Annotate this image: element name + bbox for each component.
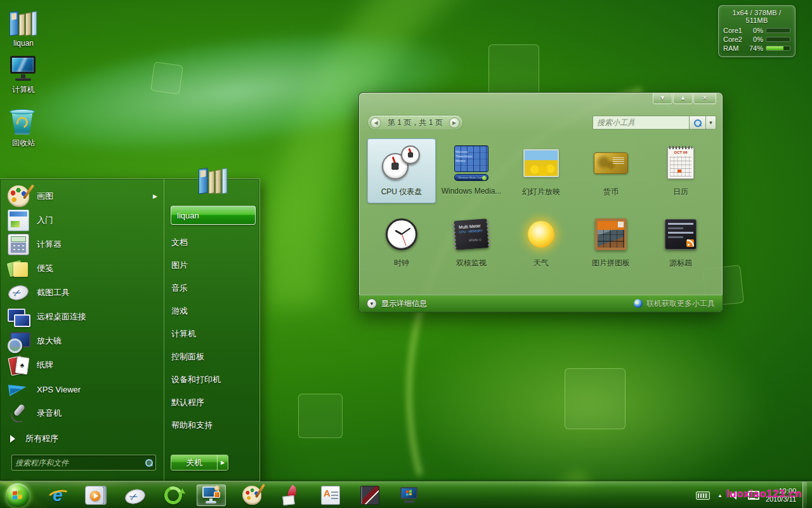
taskbar-wordpad[interactable] <box>316 485 345 506</box>
gadget-tile-calendar[interactable]: OCT 06 日历 <box>646 138 715 203</box>
start-item-snipping-tool[interactable]: 截图工具 <box>4 281 161 305</box>
start-item-music[interactable]: 音乐 <box>164 277 260 300</box>
all-programs-arrow-icon <box>10 435 15 443</box>
gadget-tile-feed-headlines[interactable]: 源标题 <box>646 210 715 274</box>
search-icon[interactable] <box>145 459 152 466</box>
start-item-xps-viewer[interactable]: XPS Viewer <box>4 377 161 401</box>
gadget-tile-cpu-meter[interactable]: CPU 仪表盘 <box>367 138 436 203</box>
gadget-search-input[interactable] <box>593 116 689 130</box>
start-item-sound-recorder[interactable]: 录音机 <box>4 401 161 425</box>
start-item-documents[interactable]: 文档 <box>164 231 260 254</box>
gadget-label: 图片拼图板 <box>577 258 645 269</box>
start-item-paint[interactable]: 画图 ▶ <box>4 184 161 208</box>
start-item-games[interactable]: 游戏 <box>164 300 260 323</box>
gadget-tile-multimeter[interactable]: Multi Meter CPU - MEMORY SFkilla © 双核监视 <box>437 210 506 274</box>
taskbar-paint[interactable] <box>237 485 266 506</box>
prev-page-icon[interactable]: ◀ <box>370 117 381 128</box>
show-details-button[interactable]: ▼ 显示详细信息 <box>367 298 427 309</box>
start-item-control-panel[interactable]: 控制面板 <box>164 345 260 368</box>
paint-icon <box>8 185 29 207</box>
watermark: luoxiao123.cn <box>726 488 802 500</box>
taskbar-media-player[interactable] <box>80 485 109 506</box>
taskbar-quill-app[interactable] <box>277 485 306 506</box>
input-method-keyboard-icon[interactable] <box>696 491 710 500</box>
cpu-gauges-icon <box>382 145 421 181</box>
chevron-down-icon: ▼ <box>367 298 377 309</box>
perf-row-ram: RAM 74% <box>723 44 790 52</box>
multimeter-chip-icon: Multi Meter CPU - MEMORY SFkilla © <box>454 218 488 250</box>
sun-icon <box>528 221 554 248</box>
taskbar-display-app[interactable] <box>395 485 424 506</box>
taskbar-snipping-tool[interactable] <box>119 485 148 506</box>
desktop-icon-recycle-bin[interactable]: 回收站 <box>0 108 47 149</box>
getting-started-icon <box>8 210 29 231</box>
start-search-input[interactable] <box>15 458 145 467</box>
media-center-icon: MoviesTelevisionMusic Windows Media Cent… <box>454 145 488 181</box>
taskbar-gadget-gallery-active[interactable] <box>197 485 226 506</box>
wallpaper-square <box>298 394 343 438</box>
next-page-icon[interactable]: ▶ <box>449 117 460 128</box>
gadget-label: 货币 <box>577 187 645 197</box>
gadget-tile-windows-media[interactable]: MoviesTelevisionMusic Windows Media Cent… <box>437 138 506 203</box>
start-search-box <box>11 455 156 471</box>
get-more-label: 联机获取更多小工具 <box>646 298 715 309</box>
search-dropdown-icon[interactable]: ▼ <box>705 116 716 130</box>
get-more-gadgets-link[interactable]: 联机获取更多小工具 <box>634 298 715 309</box>
desktop-icon-liquan[interactable]: liquan <box>0 9 47 48</box>
taskbar-internet-explorer[interactable]: e <box>43 485 72 506</box>
user-files-icon <box>8 9 37 37</box>
page-navigator: ◀ 第 1 页，共 1 页 ▶ <box>367 115 463 130</box>
taskbar-sync-center[interactable] <box>159 485 188 506</box>
start-item-getting-started[interactable]: 入门 <box>4 208 161 232</box>
restore-icon[interactable]: ▲ <box>673 93 693 104</box>
cpu-meter-gadget[interactable]: 1x64 / 378MB / 511MB Core1 0% Core2 0% R… <box>718 5 796 57</box>
desktop-icon-computer[interactable]: 计算机 <box>0 55 47 95</box>
perf-value: 74% <box>747 44 763 52</box>
search-icon[interactable] <box>689 116 705 130</box>
shutdown-options-arrow-icon[interactable]: ▶ <box>217 455 228 470</box>
gadget-tile-slideshow[interactable]: 幻灯片放映 <box>507 138 575 203</box>
start-item-user-liquan[interactable]: liquan <box>171 206 256 225</box>
computer-icon <box>8 55 37 83</box>
gadget-tile-clock[interactable]: 时钟 <box>367 210 436 274</box>
start-item-remote-desktop[interactable]: 远程桌面连接 <box>4 305 161 329</box>
start-item-pictures[interactable]: 图片 <box>164 254 260 277</box>
start-item-sticky-notes[interactable]: 便笺 <box>4 257 161 281</box>
start-menu-right-panel: liquan 文档 图片 音乐 游戏 计算机 控制面板 设备和打印机 默认程序 … <box>164 179 260 481</box>
minimize-icon[interactable]: ▼ <box>653 93 672 104</box>
start-item-magnifier[interactable]: 放大镜 <box>4 329 161 353</box>
wallpaper-square <box>150 62 183 95</box>
gallery-header: ◀ 第 1 页，共 1 页 ▶ ▼ <box>359 114 723 131</box>
start-button[interactable] <box>6 483 30 507</box>
media-player-icon <box>85 486 104 505</box>
perf-row-core1: Core1 0% <box>723 27 790 34</box>
taskbar-book-app[interactable] <box>355 485 384 506</box>
wordpad-icon <box>321 486 340 505</box>
show-hidden-icons-arrow[interactable]: ▲ <box>717 493 723 498</box>
show-desktop-button[interactable] <box>802 482 807 508</box>
jumplist-arrow-icon[interactable]: ▶ <box>153 193 157 199</box>
shutdown-button[interactable]: 关机 ▶ <box>171 455 228 471</box>
xps-viewer-icon <box>8 378 29 400</box>
start-item-help-support[interactable]: 帮助和支持 <box>164 414 260 437</box>
gadget-label: 源标题 <box>646 258 715 269</box>
wallpaper-square <box>565 368 625 429</box>
start-item-solitaire[interactable]: 纸牌 <box>4 353 161 377</box>
globe-icon <box>634 299 643 308</box>
gadget-label: 双核监视 <box>437 258 506 269</box>
start-item-devices-printers[interactable]: 设备和打印机 <box>164 368 260 391</box>
user-files-icon <box>197 166 227 195</box>
puzzle-icon <box>595 218 627 250</box>
user-picture[interactable] <box>197 166 227 195</box>
gadget-tile-currency[interactable]: 货币 <box>577 138 645 203</box>
perf-label: Core1 <box>723 27 747 34</box>
gadget-tile-weather[interactable]: 天气 <box>507 210 575 274</box>
close-icon[interactable]: ✕ <box>693 93 716 104</box>
start-item-calculator[interactable]: 计算器 <box>4 232 161 257</box>
book-icon <box>360 486 379 505</box>
all-programs-button[interactable]: 所有程序 <box>4 429 161 448</box>
gallery-footer: ▼ 显示详细信息 联机获取更多小工具 <box>359 295 723 312</box>
gadget-tile-picture-puzzle[interactable]: 图片拼图板 <box>577 210 645 274</box>
start-item-computer[interactable]: 计算机 <box>164 323 260 345</box>
start-item-default-programs[interactable]: 默认程序 <box>164 391 260 414</box>
